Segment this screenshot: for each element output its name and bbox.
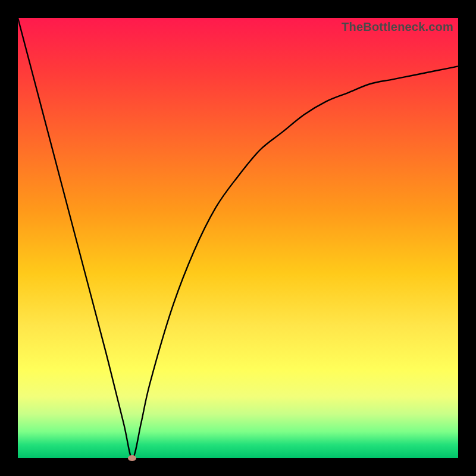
chart-frame: TheBottleneck.com [0, 0, 476, 476]
minimum-marker [128, 455, 136, 461]
bottleneck-curve-path [18, 18, 458, 458]
curve-svg [18, 18, 458, 458]
plot-area: TheBottleneck.com [18, 18, 458, 458]
